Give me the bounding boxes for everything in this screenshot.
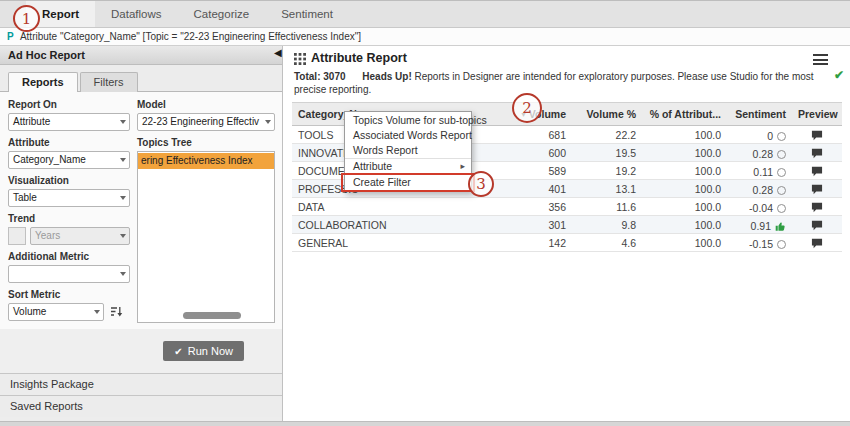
chevron-down-icon — [120, 158, 126, 162]
trend-controls: Years — [8, 227, 130, 245]
preview-button[interactable] — [792, 234, 842, 251]
chevron-down-icon — [120, 234, 126, 238]
sentiment-value: 0 — [767, 130, 773, 142]
sentiment-value: -0.04 — [749, 202, 773, 214]
model-label: Model — [137, 99, 275, 110]
cell-sentiment: 0.91 — [727, 216, 792, 233]
visualization-select[interactable]: Table — [8, 189, 130, 207]
sentiment-value: -0.15 — [749, 238, 773, 250]
preview-button[interactable] — [792, 144, 842, 161]
table-row-data[interactable]: DATA 356 11.6 100.0 -0.04 — [292, 198, 842, 216]
sort-metric-label: Sort Metric — [8, 289, 130, 300]
table-row-general[interactable]: GENERAL 142 4.6 100.0 -0.15 — [292, 234, 842, 252]
cell-volume: 401 — [507, 180, 572, 197]
sentiment-value: 0.28 — [753, 184, 773, 196]
tab-filters[interactable]: Filters — [80, 72, 138, 92]
attribute-select[interactable]: Category_Name — [8, 151, 130, 169]
breadcrumb-text: Attribute "Category_Name" [Topic = "22-2… — [20, 31, 361, 42]
run-row: ✔Run Now — [0, 329, 282, 373]
model-select[interactable]: 22-23 Engineering Effectiv — [137, 113, 275, 131]
run-now-button[interactable]: ✔Run Now — [163, 341, 244, 361]
cell-attr-pct: 100.0 — [642, 234, 727, 251]
cell-volume: 681 — [507, 126, 572, 143]
annotation-circle-2: 2 — [512, 93, 542, 123]
trend-period-box — [8, 227, 26, 245]
menu-item-topics-volume-subtopics[interactable]: Topics Volume for sub-topics — [345, 113, 471, 128]
comment-icon — [811, 148, 823, 159]
chevron-down-icon — [120, 272, 126, 276]
form-column-left: Report On Attribute Attribute Category_N… — [8, 99, 130, 323]
column-attr-pct[interactable]: % of Attribut... — [642, 103, 727, 125]
preview-button[interactable] — [792, 162, 842, 179]
cell-sentiment: 0 — [727, 126, 792, 143]
attribute-label: Attribute — [8, 137, 130, 148]
annotation-circle-1: 1 — [13, 5, 40, 32]
cell-volume-pct: 22.2 — [572, 126, 642, 143]
cell-category: COLLABORATION — [292, 216, 507, 233]
cell-attr-pct: 100.0 — [642, 216, 727, 233]
cell-sentiment: -0.15 — [727, 234, 792, 251]
report-on-select[interactable]: Attribute — [8, 113, 130, 131]
check-icon: ✔ — [174, 346, 182, 357]
notice-row: Total: 3070 Heads Up! Reports in Designe… — [284, 67, 850, 102]
neutral-sentiment-icon — [777, 168, 786, 177]
menu-icon[interactable] — [813, 54, 828, 68]
table-row-collaboration[interactable]: COLLABORATION 301 9.8 100.0 0.91 — [292, 216, 842, 234]
heads-up-label: Heads Up! — [362, 71, 411, 82]
neutral-sentiment-icon — [777, 204, 786, 213]
report-title: Attribute Report — [311, 52, 407, 65]
collapse-panel-icon[interactable]: ◀ — [274, 47, 282, 58]
sort-direction-icon[interactable] — [109, 305, 123, 319]
run-now-label: Run Now — [188, 345, 233, 357]
main-header: Attribute Report — [284, 46, 850, 67]
cell-volume: 142 — [507, 234, 572, 251]
neutral-sentiment-icon — [777, 132, 786, 141]
ad-hoc-report-panel: Ad Hoc Report Reports Filters Report On … — [0, 46, 283, 426]
preview-button[interactable] — [792, 126, 842, 143]
nav-tab-dataflows[interactable]: Dataflows — [95, 1, 178, 27]
horizontal-scrollbar[interactable] — [183, 312, 241, 319]
comment-icon — [811, 130, 823, 141]
breadcrumb-project-link[interactable]: P — [7, 31, 14, 42]
section-saved-reports[interactable]: Saved Reports — [0, 395, 282, 417]
cell-volume: 600 — [507, 144, 572, 161]
column-sentiment[interactable]: Sentiment — [727, 103, 792, 125]
preview-button[interactable] — [792, 198, 842, 215]
nav-tab-categorize[interactable]: Categorize — [178, 1, 266, 27]
topics-tree-selected-item[interactable]: ering Effectiveness Index — [138, 153, 274, 169]
cell-category: GENERAL — [292, 234, 507, 251]
report-form: Report On Attribute Attribute Category_N… — [0, 92, 282, 329]
total-count: Total: 3070 — [294, 71, 346, 82]
section-insights-package[interactable]: Insights Package — [0, 373, 282, 395]
column-preview[interactable]: Preview — [792, 103, 842, 125]
column-volume-pct[interactable]: Volume % — [572, 103, 642, 125]
annotation-circle-3: 3 — [468, 171, 494, 197]
additional-metric-label: Additional Metric — [8, 251, 130, 262]
menu-item-words-report[interactable]: Words Report — [345, 143, 471, 158]
comment-icon — [811, 184, 823, 195]
cell-volume: 589 — [507, 162, 572, 179]
topics-tree-label: Topics Tree — [137, 137, 275, 148]
designer-app-window: Report Dataflows Categorize Sentiment P … — [0, 0, 850, 426]
chevron-down-icon — [94, 310, 100, 314]
cell-sentiment: 0.28 — [727, 144, 792, 161]
tab-reports[interactable]: Reports — [8, 72, 78, 92]
menu-item-associated-words-report[interactable]: Associated Words Report — [345, 128, 471, 143]
menu-item-attribute[interactable]: Attribute ▸ — [345, 158, 471, 174]
cell-attr-pct: 100.0 — [642, 162, 727, 179]
attribute-report-panel: Attribute Report Total: 3070 Heads Up! R… — [284, 46, 850, 426]
comment-icon — [811, 220, 823, 231]
additional-metric-select[interactable] — [8, 265, 130, 283]
menu-item-create-filter-label: Create Filter — [353, 176, 411, 188]
menu-item-create-filter[interactable]: Create Filter — [345, 174, 471, 190]
form-column-right: Model 22-23 Engineering Effectiv Topics … — [137, 99, 275, 323]
preview-button[interactable] — [792, 180, 842, 197]
top-nav: Report Dataflows Categorize Sentiment — [0, 0, 850, 28]
cell-volume-pct: 13.1 — [572, 180, 642, 197]
preview-button[interactable] — [792, 216, 842, 233]
sort-metric-select[interactable]: Volume — [8, 303, 104, 321]
cell-attr-pct: 100.0 — [642, 198, 727, 215]
cell-category: DATA — [292, 198, 507, 215]
nav-tab-sentiment[interactable]: Sentiment — [265, 1, 349, 27]
window-bottom-edge — [0, 421, 850, 426]
